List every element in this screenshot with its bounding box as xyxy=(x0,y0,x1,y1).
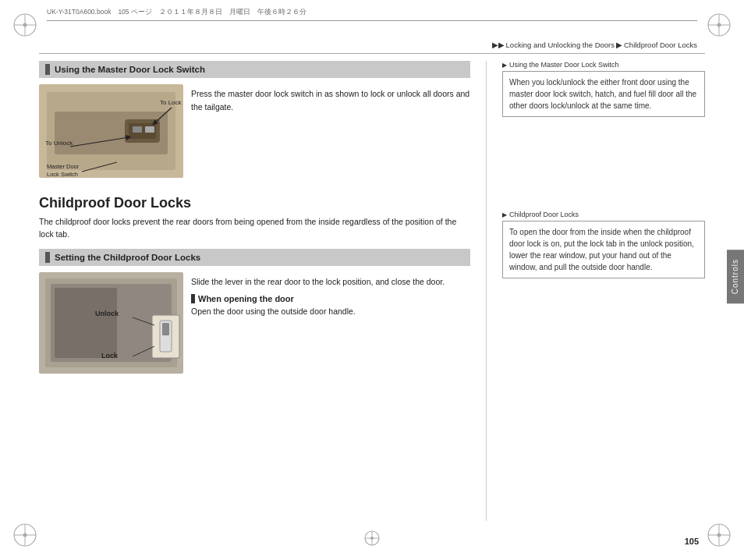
corner-decoration-tr xyxy=(705,11,733,39)
meta-text: UK-Y-31T0A600.book 105 ページ ２０１１年８月８日 月曜日… xyxy=(47,8,306,17)
childproof-lock-image-container: Unlock Lock xyxy=(39,272,183,375)
right-column: ▶ Using the Master Door Lock Switch When… xyxy=(487,61,705,521)
master-section-content: To Lock To Unlock Master Door Lock Switc… xyxy=(39,84,470,184)
side-tab-controls: Controls xyxy=(727,250,744,303)
setting-childproof-content: Unlock Lock Slide the lever in the rear … xyxy=(39,272,470,375)
main-content: Using the Master Door Lock Switch xyxy=(39,61,705,521)
note2-text: To open the door from the inside when th… xyxy=(509,228,694,271)
master-section-header: Using the Master Door Lock Switch xyxy=(39,61,470,78)
master-lock-illustration: To Lock To Unlock Master Door Lock Switc… xyxy=(39,84,183,178)
master-lock-image-container: To Lock To Unlock Master Door Lock Switc… xyxy=(39,84,183,179)
bottom-center-cross xyxy=(363,529,381,549)
svg-text:Lock: Lock xyxy=(101,352,119,360)
note1-text: When you lock/unlock the either front do… xyxy=(509,78,696,110)
svg-rect-21 xyxy=(133,126,142,133)
svg-rect-37 xyxy=(162,323,169,335)
top-rule xyxy=(39,53,705,54)
when-opening-text: Open the door using the outside door han… xyxy=(191,305,470,318)
left-column: Using the Master Door Lock Switch xyxy=(39,61,487,521)
note2-label: Childproof Door Locks xyxy=(509,211,579,218)
breadcrumb-part2: Childproof Door Locks xyxy=(624,41,697,49)
note1-label: Using the Master Door Lock Switch xyxy=(509,61,619,69)
top-meta-bar: UK-Y-31T0A600.book 105 ページ ２０１１年８月８日 月曜日… xyxy=(47,8,697,21)
svg-text:Lock Switch: Lock Switch xyxy=(47,171,78,178)
breadcrumb: ▶▶ Locking and Unlocking the Doors ▶ Chi… xyxy=(492,41,697,49)
svg-text:To Unlock: To Unlock xyxy=(45,140,73,147)
breadcrumb-part1: Locking and Unlocking the Doors xyxy=(506,41,615,49)
corner-decoration-bl xyxy=(11,521,39,549)
svg-rect-22 xyxy=(145,126,154,133)
note1-label-container: ▶ Using the Master Door Lock Switch xyxy=(502,61,705,69)
svg-point-7 xyxy=(717,23,721,27)
corner-decoration-tl xyxy=(11,11,39,39)
svg-point-3 xyxy=(23,23,27,27)
when-opening-label-container: When opening the door xyxy=(191,294,470,303)
page-number: 105 xyxy=(685,537,699,546)
note1-triangle-icon: ▶ xyxy=(502,62,507,69)
note2-box: To open the door from the inside when th… xyxy=(502,221,705,278)
master-section-description: Press the master door lock switch in as … xyxy=(191,87,470,114)
note2-label-container: ▶ Childproof Door Locks xyxy=(502,211,705,218)
setting-childproof-text-area: Slide the lever in the rear door to the … xyxy=(191,272,470,319)
svg-text:To Lock: To Lock xyxy=(160,99,182,106)
note2-triangle-icon: ▶ xyxy=(502,211,507,218)
when-opening-bar xyxy=(191,294,195,303)
setting-childproof-title: Setting the Childproof Door Locks xyxy=(55,253,200,262)
breadcrumb-sep: ▶ xyxy=(616,41,622,49)
setting-childproof-header: Setting the Childproof Door Locks xyxy=(39,249,470,266)
svg-rect-33 xyxy=(55,288,117,358)
setting-text: Slide the lever in the rear door to the … xyxy=(191,275,470,289)
svg-point-11 xyxy=(23,533,27,537)
svg-point-15 xyxy=(717,533,721,537)
note1-box: When you lock/unlock the either front do… xyxy=(502,71,705,117)
breadcrumb-separator1: ▶▶ xyxy=(492,41,505,49)
corner-decoration-br xyxy=(705,521,733,549)
childproof-lock-illustration: Unlock Lock xyxy=(39,272,183,374)
childproof-section-title: Childproof Door Locks xyxy=(39,195,470,211)
master-section-title: Using the Master Door Lock Switch xyxy=(55,65,205,74)
svg-point-45 xyxy=(370,537,374,540)
when-opening-label: When opening the door xyxy=(198,294,294,303)
svg-text:Unlock: Unlock xyxy=(95,310,119,317)
setting-bar-icon xyxy=(45,252,50,263)
svg-text:Master Door: Master Door xyxy=(47,163,80,170)
master-section-text: Press the master door lock switch in as … xyxy=(191,84,470,114)
childproof-section-description: The childproof door locks prevent the re… xyxy=(39,216,470,241)
section-bar-icon xyxy=(45,64,50,75)
